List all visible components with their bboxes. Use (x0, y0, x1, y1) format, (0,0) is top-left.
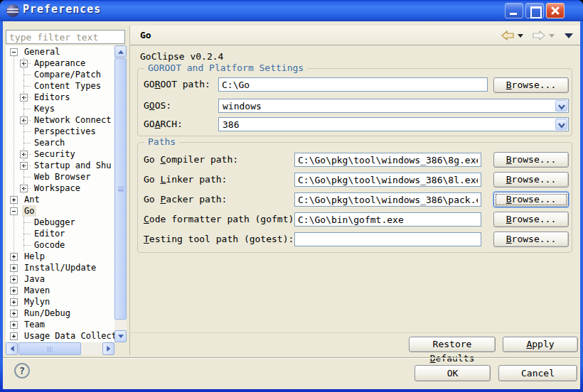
expand-icon[interactable] (10, 253, 18, 261)
gofmt-browse-button[interactable]: Browse... (493, 212, 569, 227)
gotest-path-input[interactable] (294, 232, 481, 246)
tree-item-debugger[interactable]: Debugger (6, 217, 114, 228)
expand-icon[interactable] (20, 94, 28, 102)
tree-item-gocode[interactable]: Gocode (6, 239, 114, 251)
filter-input[interactable] (6, 30, 125, 44)
expand-icon[interactable] (10, 298, 18, 306)
tree-item-usage-data-collector[interactable]: Usage Data Collect (6, 330, 114, 342)
horizontal-scroll-thumb[interactable] (18, 342, 81, 355)
gotest-path-label: Testing tool path (gotest): (144, 234, 294, 244)
tree-item-search[interactable]: Search (6, 137, 114, 148)
expand-icon[interactable] (10, 287, 18, 295)
maximize-icon[interactable] (525, 3, 544, 18)
gofmt-path-input[interactable] (294, 212, 481, 227)
tree-item-java[interactable]: Java (6, 273, 114, 285)
view-menu-icon[interactable] (565, 33, 573, 43)
go-preference-page: GoClipse v0.2.4 GOROOT and Platform Sett… (130, 45, 580, 354)
expand-icon[interactable] (20, 185, 28, 192)
tree-item-perspectives[interactable]: Perspectives (6, 126, 114, 137)
gotest-browse-button[interactable]: Browse... (493, 232, 569, 247)
tree-item-web-browser[interactable]: Web Browser (6, 171, 114, 183)
tree-item-help[interactable]: Help (6, 251, 114, 262)
tree-item-editor[interactable]: Editor (6, 228, 114, 239)
close-icon[interactable] (546, 3, 565, 18)
expand-icon[interactable] (20, 162, 28, 170)
help-icon[interactable]: ? (14, 363, 30, 379)
goroot-path-input[interactable] (218, 77, 488, 92)
preferences-tree: General Appearance Compare/Patch Content… (6, 45, 114, 342)
expand-icon[interactable] (10, 332, 18, 340)
page-header: Go (130, 26, 580, 45)
compiler-browse-button[interactable]: Browse... (493, 152, 569, 168)
scroll-down-icon[interactable] (114, 330, 127, 342)
expand-icon[interactable] (10, 276, 18, 283)
tree-item-general[interactable]: General (6, 46, 114, 58)
tree-horizontal-scrollbar[interactable] (6, 342, 114, 355)
tree-item-run-debug[interactable]: Run/Debug (6, 307, 114, 319)
expand-icon[interactable] (10, 310, 18, 317)
tree-item-maven[interactable]: Maven (6, 285, 114, 296)
tree-vertical-scrollbar[interactable] (114, 45, 127, 342)
compiler-path-input[interactable] (294, 153, 481, 167)
dialog-body: General Appearance Compare/Patch Content… (3, 21, 580, 389)
packer-path-label: Go Packer path: (144, 194, 227, 205)
preferences-dialog: Preferences General Appearance Compare/P… (0, 0, 583, 392)
packer-browse-button[interactable]: Browse... (493, 192, 569, 207)
tree-item-startup-and-shutdown[interactable]: Startup and Shu (6, 160, 114, 171)
group-title: GOROOT and Platform Settings (144, 62, 307, 73)
tree-item-mylyn[interactable]: Mylyn (6, 296, 114, 307)
tree-item-network-connections[interactable]: Network Connect (6, 114, 114, 126)
tree-item-go[interactable]: Go (6, 205, 114, 217)
chevron-down-icon[interactable] (555, 119, 567, 130)
vertical-scroll-thumb[interactable] (114, 58, 127, 320)
tree-item-appearance[interactable]: Appearance (6, 58, 114, 69)
goroot-settings-group: GOROOT and Platform Settings GOROOT path… (137, 68, 572, 136)
tree-item-editors[interactable]: Editors (6, 92, 114, 103)
collapse-icon[interactable] (10, 207, 18, 215)
expand-icon[interactable] (10, 321, 18, 329)
tree-item-security[interactable]: Security (6, 148, 114, 160)
title-bar[interactable]: Preferences (0, 0, 583, 21)
restore-defaults-button[interactable]: Restore Defaults (409, 337, 496, 352)
plugin-version-label: GoClipse v0.2.4 (140, 51, 223, 62)
gofmt-path-label: Code formatter path (gofmt): (144, 214, 299, 224)
minimize-icon[interactable] (505, 3, 523, 18)
linker-path-input[interactable] (294, 173, 481, 187)
eclipse-icon (6, 4, 19, 17)
apply-button[interactable]: Apply (503, 337, 578, 352)
back-history-dropdown-icon[interactable] (518, 34, 523, 40)
expand-icon[interactable] (10, 196, 18, 204)
page-footer-divider (130, 332, 580, 333)
window-title: Preferences (23, 3, 101, 16)
tree-item-install-update[interactable]: Install/Update (6, 262, 114, 273)
goroot-browse-button[interactable]: Browse... (493, 77, 569, 93)
cancel-button[interactable]: Cancel (498, 365, 577, 381)
scroll-left-icon[interactable] (6, 342, 18, 355)
expand-icon[interactable] (20, 60, 28, 67)
tree-item-team[interactable]: Team (6, 319, 114, 330)
scrollbar-corner (114, 342, 127, 355)
tree-item-keys[interactable]: Keys (6, 103, 114, 114)
tree-item-ant[interactable]: Ant (6, 194, 114, 205)
group-title: Paths (144, 136, 179, 147)
goos-combo[interactable]: windows (218, 99, 569, 113)
goarch-combo[interactable]: 386 (218, 117, 569, 131)
expand-icon[interactable] (20, 151, 28, 158)
compiler-path-label: Go Compiler path: (144, 154, 238, 165)
chevron-down-icon[interactable] (555, 100, 567, 111)
back-arrow-icon[interactable] (501, 31, 515, 40)
linker-browse-button[interactable]: Browse... (493, 172, 569, 187)
tree-item-compare-patch[interactable]: Compare/Patch (6, 69, 114, 80)
expand-icon[interactable] (20, 116, 28, 124)
tree-item-workspace[interactable]: Workspace (6, 183, 114, 194)
goos-label: GOOS: (144, 100, 171, 111)
ok-button[interactable]: OK (414, 365, 491, 381)
scroll-right-icon[interactable] (102, 342, 114, 355)
expand-icon[interactable] (10, 264, 18, 272)
collapse-icon[interactable] (10, 48, 18, 56)
page-title: Go (140, 30, 151, 40)
packer-path-input[interactable] (294, 192, 481, 207)
scroll-up-icon[interactable] (114, 45, 127, 58)
paths-group: Paths Go Compiler path: Browse... Go Lin… (137, 142, 572, 253)
tree-item-content-types[interactable]: Content Types (6, 80, 114, 92)
